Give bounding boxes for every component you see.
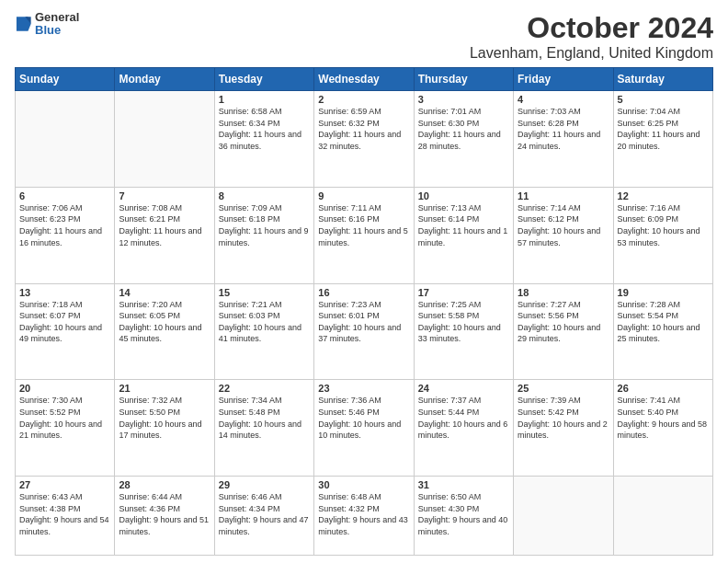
day-number: 25 xyxy=(518,383,609,394)
day-number: 18 xyxy=(518,287,609,298)
logo: General Blue xyxy=(15,11,79,38)
day-number: 4 xyxy=(518,94,609,105)
calendar-cell: 31Sunrise: 6:50 AM Sunset: 4:30 PM Dayli… xyxy=(414,477,513,556)
day-info: Sunrise: 7:01 AM Sunset: 6:30 PM Dayligh… xyxy=(418,106,509,152)
day-number: 5 xyxy=(618,94,709,105)
day-info: Sunrise: 7:09 AM Sunset: 6:18 PM Dayligh… xyxy=(219,202,310,248)
day-number: 19 xyxy=(618,287,709,298)
day-number: 30 xyxy=(318,479,409,490)
day-number: 20 xyxy=(19,383,110,394)
calendar-cell: 14Sunrise: 7:20 AM Sunset: 6:05 PM Dayli… xyxy=(115,283,214,380)
calendar-cell: 5Sunrise: 7:04 AM Sunset: 6:25 PM Daylig… xyxy=(613,91,712,188)
day-number: 11 xyxy=(518,190,609,201)
calendar-cell: 30Sunrise: 6:48 AM Sunset: 4:32 PM Dayli… xyxy=(314,477,414,556)
calendar-week-3: 13Sunrise: 7:18 AM Sunset: 6:07 PM Dayli… xyxy=(16,283,713,380)
day-number: 3 xyxy=(418,94,509,105)
day-number: 16 xyxy=(318,287,409,298)
day-number: 9 xyxy=(318,190,409,201)
col-wednesday: Wednesday xyxy=(314,68,414,91)
logo-text: General Blue xyxy=(35,11,79,38)
day-info: Sunrise: 7:04 AM Sunset: 6:25 PM Dayligh… xyxy=(618,106,709,152)
calendar-week-1: 1Sunrise: 6:58 AM Sunset: 6:34 PM Daylig… xyxy=(16,91,713,188)
calendar-cell: 26Sunrise: 7:41 AM Sunset: 5:40 PM Dayli… xyxy=(613,380,712,477)
day-number: 17 xyxy=(418,287,509,298)
day-info: Sunrise: 7:21 AM Sunset: 6:03 PM Dayligh… xyxy=(219,299,310,345)
calendar-cell: 10Sunrise: 7:13 AM Sunset: 6:14 PM Dayli… xyxy=(414,187,513,283)
calendar-cell: 8Sunrise: 7:09 AM Sunset: 6:18 PM Daylig… xyxy=(214,187,313,283)
calendar-cell: 22Sunrise: 7:34 AM Sunset: 5:48 PM Dayli… xyxy=(214,380,313,477)
calendar-cell: 17Sunrise: 7:25 AM Sunset: 5:58 PM Dayli… xyxy=(414,283,513,380)
day-info: Sunrise: 7:14 AM Sunset: 6:12 PM Dayligh… xyxy=(518,202,609,248)
day-number: 7 xyxy=(119,190,210,201)
calendar-cell: 19Sunrise: 7:28 AM Sunset: 5:54 PM Dayli… xyxy=(613,283,712,380)
day-number: 27 xyxy=(19,479,110,490)
day-info: Sunrise: 7:36 AM Sunset: 5:46 PM Dayligh… xyxy=(318,395,409,441)
day-number: 12 xyxy=(618,190,709,201)
day-info: Sunrise: 7:23 AM Sunset: 6:01 PM Dayligh… xyxy=(318,299,409,345)
col-sunday: Sunday xyxy=(16,68,115,91)
day-info: Sunrise: 6:46 AM Sunset: 4:34 PM Dayligh… xyxy=(219,491,310,537)
day-info: Sunrise: 7:11 AM Sunset: 6:16 PM Dayligh… xyxy=(318,202,409,248)
calendar-cell: 28Sunrise: 6:44 AM Sunset: 4:36 PM Dayli… xyxy=(115,477,214,556)
calendar-cell xyxy=(613,477,712,556)
day-info: Sunrise: 6:44 AM Sunset: 4:36 PM Dayligh… xyxy=(119,491,210,537)
day-info: Sunrise: 6:50 AM Sunset: 4:30 PM Dayligh… xyxy=(418,491,509,537)
calendar-cell: 12Sunrise: 7:16 AM Sunset: 6:09 PM Dayli… xyxy=(613,187,712,283)
day-number: 29 xyxy=(219,479,310,490)
calendar-cell: 27Sunrise: 6:43 AM Sunset: 4:38 PM Dayli… xyxy=(16,477,115,556)
day-number: 14 xyxy=(119,287,210,298)
day-info: Sunrise: 6:43 AM Sunset: 4:38 PM Dayligh… xyxy=(19,491,110,537)
calendar-cell: 21Sunrise: 7:32 AM Sunset: 5:50 PM Dayli… xyxy=(115,380,214,477)
col-thursday: Thursday xyxy=(414,68,513,91)
day-number: 31 xyxy=(418,479,509,490)
calendar-cell: 23Sunrise: 7:36 AM Sunset: 5:46 PM Dayli… xyxy=(314,380,414,477)
header-row: Sunday Monday Tuesday Wednesday Thursday… xyxy=(16,68,713,91)
day-info: Sunrise: 7:27 AM Sunset: 5:56 PM Dayligh… xyxy=(518,299,609,345)
day-info: Sunrise: 7:28 AM Sunset: 5:54 PM Dayligh… xyxy=(618,299,709,345)
calendar-cell: 24Sunrise: 7:37 AM Sunset: 5:44 PM Dayli… xyxy=(414,380,513,477)
calendar-cell: 18Sunrise: 7:27 AM Sunset: 5:56 PM Dayli… xyxy=(514,283,613,380)
day-info: Sunrise: 6:48 AM Sunset: 4:32 PM Dayligh… xyxy=(318,491,409,537)
header: General Blue October 2024 Lavenham, Engl… xyxy=(15,11,713,62)
day-number: 8 xyxy=(219,190,310,201)
day-info: Sunrise: 6:59 AM Sunset: 6:32 PM Dayligh… xyxy=(318,106,409,152)
calendar-cell: 2Sunrise: 6:59 AM Sunset: 6:32 PM Daylig… xyxy=(314,91,414,188)
calendar-cell: 25Sunrise: 7:39 AM Sunset: 5:42 PM Dayli… xyxy=(514,380,613,477)
calendar-week-4: 20Sunrise: 7:30 AM Sunset: 5:52 PM Dayli… xyxy=(16,380,713,477)
day-number: 28 xyxy=(119,479,210,490)
day-info: Sunrise: 7:37 AM Sunset: 5:44 PM Dayligh… xyxy=(418,395,509,441)
calendar-cell: 29Sunrise: 6:46 AM Sunset: 4:34 PM Dayli… xyxy=(214,477,313,556)
day-info: Sunrise: 7:13 AM Sunset: 6:14 PM Dayligh… xyxy=(418,202,509,248)
day-number: 1 xyxy=(219,94,310,105)
calendar-table: Sunday Monday Tuesday Wednesday Thursday… xyxy=(15,67,713,556)
day-info: Sunrise: 7:25 AM Sunset: 5:58 PM Dayligh… xyxy=(418,299,509,345)
day-info: Sunrise: 7:34 AM Sunset: 5:48 PM Dayligh… xyxy=(219,395,310,441)
day-info: Sunrise: 7:32 AM Sunset: 5:50 PM Dayligh… xyxy=(119,395,210,441)
day-info: Sunrise: 7:30 AM Sunset: 5:52 PM Dayligh… xyxy=(19,395,110,441)
calendar-cell: 9Sunrise: 7:11 AM Sunset: 6:16 PM Daylig… xyxy=(314,187,414,283)
col-saturday: Saturday xyxy=(613,68,712,91)
calendar-cell: 6Sunrise: 7:06 AM Sunset: 6:23 PM Daylig… xyxy=(16,187,115,283)
title-block: October 2024 Lavenham, England, United K… xyxy=(470,11,713,62)
day-number: 13 xyxy=(19,287,110,298)
day-info: Sunrise: 7:03 AM Sunset: 6:28 PM Dayligh… xyxy=(518,106,609,152)
logo-blue: Blue xyxy=(35,24,79,37)
calendar-cell: 1Sunrise: 6:58 AM Sunset: 6:34 PM Daylig… xyxy=(214,91,313,188)
location-title: Lavenham, England, United Kingdom xyxy=(470,45,713,62)
day-info: Sunrise: 7:08 AM Sunset: 6:21 PM Dayligh… xyxy=(119,202,210,248)
day-number: 2 xyxy=(318,94,409,105)
day-number: 24 xyxy=(418,383,509,394)
calendar-cell: 13Sunrise: 7:18 AM Sunset: 6:07 PM Dayli… xyxy=(16,283,115,380)
day-number: 26 xyxy=(618,383,709,394)
logo-general: General xyxy=(35,11,79,24)
day-number: 15 xyxy=(219,287,310,298)
calendar-cell xyxy=(16,91,115,188)
logo-icon xyxy=(15,14,31,34)
calendar-cell xyxy=(115,91,214,188)
day-info: Sunrise: 7:16 AM Sunset: 6:09 PM Dayligh… xyxy=(618,202,709,248)
calendar-cell: 3Sunrise: 7:01 AM Sunset: 6:30 PM Daylig… xyxy=(414,91,513,188)
day-number: 22 xyxy=(219,383,310,394)
calendar-cell: 11Sunrise: 7:14 AM Sunset: 6:12 PM Dayli… xyxy=(514,187,613,283)
day-number: 6 xyxy=(19,190,110,201)
day-info: Sunrise: 7:18 AM Sunset: 6:07 PM Dayligh… xyxy=(19,299,110,345)
